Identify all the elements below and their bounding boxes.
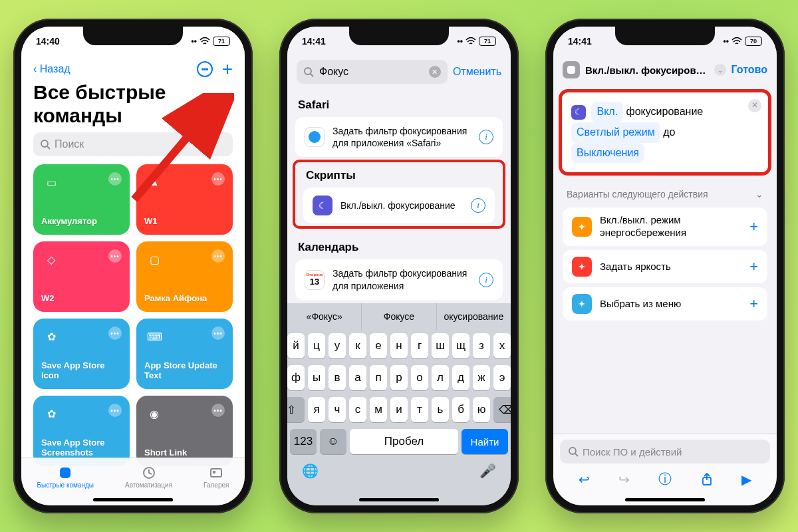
svg-point-10 [309,131,321,143]
add-icon[interactable]: + [749,295,758,313]
key[interactable]: ы [308,365,325,390]
more-button[interactable]: ••• [197,61,213,77]
safari-action-row[interactable]: Задать фильтр фокусирования для приложен… [295,117,503,157]
key[interactable]: х [493,333,511,358]
add-icon[interactable]: + [749,258,758,275]
shortcut-tile[interactable]: ◇•••W2 [33,241,130,312]
share-icon[interactable] [701,473,713,486]
key[interactable]: р [390,365,408,390]
key[interactable]: у [329,333,346,358]
key[interactable]: ф [287,365,305,390]
action-card-highlighted[interactable]: ☾ Вкл. фокусирование Светлый режим до Вы… [559,89,771,176]
add-button[interactable]: + [222,60,233,78]
key-123[interactable]: 123 [290,429,317,454]
key[interactable]: б [452,397,469,422]
key[interactable]: и [390,397,408,422]
shortcut-icon[interactable] [563,61,580,78]
param-off[interactable]: Выключения [571,143,644,164]
key[interactable]: г [411,333,428,358]
suggestion[interactable]: окусирование [437,303,511,330]
tile-more-icon[interactable]: ••• [108,249,122,263]
clear-icon[interactable]: ✕ [429,66,441,78]
key[interactable]: ж [473,365,490,390]
key[interactable]: д [452,365,469,390]
tile-more-icon[interactable]: ••• [108,172,122,186]
key[interactable]: я [308,397,325,422]
shortcut-title[interactable]: Вкл./выкл. фокусирован… [585,65,709,76]
info-icon[interactable]: i [471,198,485,213]
tile-more-icon[interactable]: ••• [108,404,122,417]
mic-icon[interactable]: 🎤 [479,463,496,479]
tile-label: Short Link [144,448,225,458]
key[interactable]: н [390,333,408,358]
chevron-down-icon[interactable]: ⌄ [714,64,726,76]
tile-more-icon[interactable]: ••• [211,172,225,186]
search-input[interactable]: Фокус ✕ [297,60,448,84]
tile-more-icon[interactable]: ••• [211,404,225,417]
shortcut-tile[interactable]: ⌨•••App Store Update Text [136,319,233,389]
play-icon[interactable]: ▶ [741,471,751,487]
globe-icon[interactable]: 🌐 [302,463,319,479]
key[interactable]: ц [308,333,325,358]
key[interactable]: п [370,365,387,390]
param-on[interactable]: Вкл. [591,102,623,122]
tile-more-icon[interactable]: ••• [211,249,225,263]
undo-icon[interactable]: ↩ [579,471,590,487]
tile-more-icon[interactable]: ••• [108,327,122,340]
action-text: до [663,126,675,138]
key[interactable]: ь [432,397,449,422]
key[interactable]: ч [329,397,346,422]
shortcut-tile[interactable]: ✿•••Save App Store Screenshots [33,396,130,466]
key[interactable]: а [349,365,366,390]
back-button[interactable]: ‹ Назад [33,63,70,75]
suggestion-row[interactable]: ✦Задать яркость+ [563,250,767,283]
cancel-button[interactable]: Отменить [453,66,501,78]
focus-toggle-row[interactable]: ☾ Вкл./выкл. фокусирование i [303,188,495,223]
key-backspace[interactable]: ⌫ [493,397,511,422]
key-shift[interactable]: ⇧ [287,397,305,422]
key[interactable]: м [370,397,387,422]
info-icon[interactable]: i [479,130,493,144]
key[interactable]: щ [452,333,469,358]
key[interactable]: э [493,365,511,390]
key[interactable]: ш [432,333,449,358]
shortcut-tile[interactable]: ✿•••Save App Store Icon [33,319,130,389]
svg-rect-12 [569,68,574,74]
key[interactable]: с [349,397,366,422]
search-input[interactable]: Поиск [33,132,233,156]
action-search-input[interactable]: Поиск ПО и действий [560,440,770,464]
suggestion[interactable]: «Фокус» [287,303,362,330]
key[interactable]: й [287,333,305,358]
info-icon[interactable]: i [479,273,493,287]
key-space[interactable]: Пробел [350,429,458,454]
param-light[interactable]: Светлый режим [571,122,660,143]
done-button[interactable]: Готово [732,64,767,76]
shortcut-tile[interactable]: ◉•••Short Link [136,396,233,466]
key[interactable]: в [329,365,346,390]
next-actions-header[interactable]: Варианты следующего действия ⌄ [553,181,777,203]
suggestion-row[interactable]: ✦Выбрать из меню+ [563,287,767,321]
key[interactable]: о [411,365,428,390]
tile-more-icon[interactable]: ••• [211,327,225,340]
key-find[interactable]: Найти [462,429,508,454]
tab-shortcuts[interactable]: Быстрые команды [37,466,94,489]
shortcut-tile[interactable]: ▭•••Аккумулятор [33,164,130,235]
shortcut-tile[interactable]: ▲•••W1 [136,164,233,235]
key[interactable]: з [473,333,490,358]
calendar-action-row[interactable]: Вторник13 Задать фильтр фокусирования дл… [295,259,503,299]
shortcut-tile[interactable]: ▢•••Рамка Айфона [136,241,233,312]
suggestion[interactable]: Фокусе [362,303,436,330]
key[interactable]: т [411,397,428,422]
info-icon[interactable]: ⓘ [658,470,672,488]
key[interactable]: ю [473,397,490,422]
key-emoji[interactable]: ☺ [320,429,346,454]
add-icon[interactable]: + [749,218,758,235]
suggestion-row[interactable]: ✦Вкл./выкл. режим энергосбережения+ [563,207,767,246]
tab-gallery[interactable]: Галерея [203,466,229,489]
svg-point-0 [41,140,48,147]
key[interactable]: л [432,365,449,390]
delete-action-icon[interactable]: ✕ [748,99,761,112]
tab-automation[interactable]: Автоматизация [125,466,172,489]
key[interactable]: е [370,333,387,358]
key[interactable]: к [349,333,366,358]
